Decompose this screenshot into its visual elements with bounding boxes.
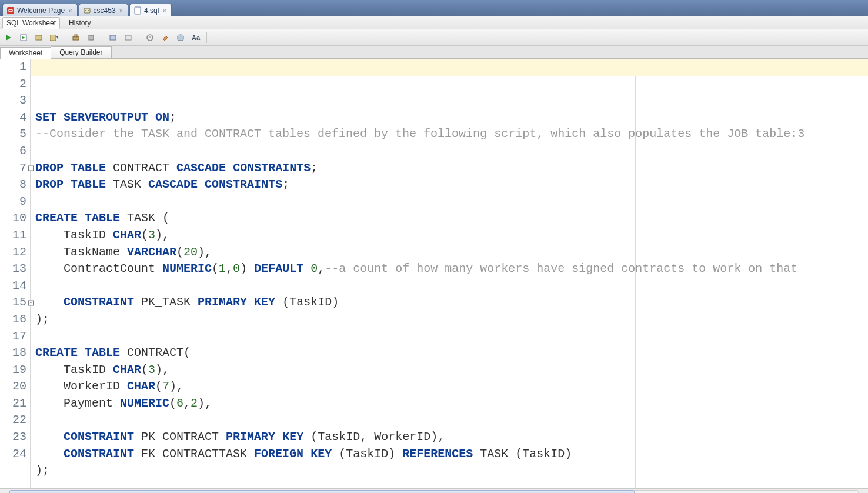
svg-point-3 [85, 10, 86, 11]
rollback-button[interactable] [85, 32, 97, 44]
toolbar-separator [102, 32, 102, 43]
case-button[interactable]: Aa [190, 32, 202, 44]
line-number: 14 [4, 278, 26, 295]
svg-point-4 [88, 10, 89, 11]
line-number-gutter: 1234567-89101112131415-16171819202122232… [0, 59, 31, 488]
line-number: 13 [4, 261, 26, 278]
toolbar-separator [139, 32, 139, 43]
line-number: 15- [4, 294, 26, 311]
code-line[interactable]: DROP TABLE TASK CASCADE CONSTRAINTS; [35, 176, 868, 194]
sql-history-button[interactable] [144, 32, 156, 44]
line-number: 8 [4, 176, 26, 194]
line-number: 16 [4, 311, 26, 328]
code-line[interactable] [35, 412, 868, 429]
line-number: 7- [4, 160, 26, 177]
svg-rect-7 [136, 11, 139, 11]
oracle-icon [6, 6, 15, 15]
line-number: 21 [4, 395, 26, 412]
code-line[interactable]: DROP TABLE CONTRACT CASCADE CONSTRAINTS; [35, 160, 868, 177]
subtab-history[interactable]: History [65, 17, 95, 29]
code-line[interactable]: WorkerID CHAR(7), [35, 378, 868, 395]
close-icon[interactable]: × [118, 7, 124, 14]
worksheet-subtabs: SQL Worksheet History [0, 16, 868, 29]
line-number: 2 [4, 76, 26, 93]
tab-4sql[interactable]: 4.sql × [129, 4, 172, 16]
code-line[interactable]: CREATE TABLE TASK ( [35, 210, 868, 227]
code-line[interactable]: ); [35, 462, 868, 479]
svg-rect-12 [50, 35, 56, 41]
code-line[interactable]: TaskName VARCHAR(20), [35, 244, 868, 261]
code-line[interactable] [35, 194, 868, 211]
line-number: 17 [4, 328, 26, 345]
current-line-highlight [31, 59, 868, 76]
connection-icon [83, 6, 91, 15]
close-icon[interactable]: × [161, 7, 167, 14]
code-area[interactable]: SET SERVEROUTPUT ON;--Consider the TASK … [31, 59, 868, 488]
code-line[interactable]: ContractCount NUMERIC(1,0) DEFAULT 0,--a… [35, 261, 868, 278]
tab-label: 4.sql [144, 6, 159, 15]
run-statement-button[interactable] [2, 32, 14, 44]
toolbar-separator [65, 32, 65, 43]
code-line[interactable] [35, 278, 868, 295]
code-line[interactable]: ); [35, 311, 868, 328]
svg-marker-20 [163, 36, 168, 41]
line-number: 20 [4, 378, 26, 395]
line-number: 5 [4, 126, 26, 143]
code-editor[interactable]: 1234567-89101112131415-16171819202122232… [0, 59, 868, 488]
code-line[interactable] [35, 143, 868, 160]
document-tabstrip: Welcome Page × csc453 × 4.sql × [0, 0, 868, 16]
svg-rect-16 [89, 35, 94, 40]
code-line[interactable]: CREATE TABLE CONTRACT( [35, 345, 868, 362]
svg-rect-6 [136, 9, 139, 9]
code-line[interactable]: Payment NUMERIC(6,2), [35, 395, 868, 412]
code-line[interactable] [35, 479, 868, 488]
code-line[interactable]: --Consider the TASK and CONTRACT tables … [35, 126, 868, 143]
line-number: 11 [4, 227, 26, 244]
code-line[interactable]: TaskID CHAR(3), [35, 227, 868, 244]
tab-csc453[interactable]: csc453 × [79, 4, 128, 16]
code-line[interactable]: CONSTRAINT FK_CONTRACTTASK FOREIGN KEY (… [35, 446, 868, 463]
sql-toolbar: Aa [0, 29, 868, 46]
line-number: 24 [4, 446, 26, 463]
svg-rect-11 [36, 35, 42, 40]
line-number: 10 [4, 210, 26, 227]
svg-rect-15 [75, 35, 77, 37]
line-number: 9 [4, 194, 26, 211]
code-line[interactable] [35, 328, 868, 345]
clear-button[interactable] [122, 32, 134, 44]
tab-welcome-page[interactable]: Welcome Page × [2, 4, 78, 16]
line-number: 3 [4, 92, 26, 109]
unshared-worksheet-button[interactable] [107, 32, 119, 44]
explain-plan-button[interactable] [33, 32, 45, 44]
line-number: 19 [4, 362, 26, 379]
line-number: 6 [4, 143, 26, 160]
erase-button[interactable] [159, 32, 171, 44]
svg-marker-13 [56, 36, 58, 39]
svg-rect-2 [84, 8, 90, 13]
tab-query-builder[interactable]: Query Builder [51, 46, 111, 58]
svg-rect-17 [110, 35, 116, 40]
tab-worksheet[interactable]: Worksheet [0, 47, 51, 59]
line-number: 18 [4, 345, 26, 362]
commit-button[interactable] [70, 32, 82, 44]
horizontal-scrollbar[interactable] [0, 488, 868, 493]
code-line[interactable]: CONSTRAINT PK_TASK PRIMARY KEY (TaskID) [35, 294, 868, 311]
sql-file-icon [133, 6, 142, 15]
line-number: 23 [4, 429, 26, 446]
tab-label: Welcome Page [17, 6, 65, 15]
code-line[interactable]: TaskID CHAR(3), [35, 362, 868, 379]
svg-rect-18 [125, 35, 131, 40]
db-button[interactable] [175, 32, 186, 44]
code-line[interactable]: CONSTRAINT PK_CONTRACT PRIMARY KEY (Task… [35, 429, 868, 446]
svg-rect-0 [7, 7, 14, 14]
tab-label: csc453 [94, 6, 116, 15]
close-icon[interactable]: × [67, 7, 73, 14]
line-number: 22 [4, 412, 26, 429]
code-line[interactable]: SET SERVEROUTPUT ON; [35, 109, 868, 126]
subtab-sql-worksheet[interactable]: SQL Worksheet [2, 17, 60, 29]
scrollbar-thumb[interactable] [9, 490, 635, 493]
run-script-button[interactable] [18, 32, 29, 44]
svg-marker-8 [6, 35, 11, 41]
line-number: 1 [4, 59, 26, 76]
autotrace-dropdown[interactable] [48, 32, 60, 44]
